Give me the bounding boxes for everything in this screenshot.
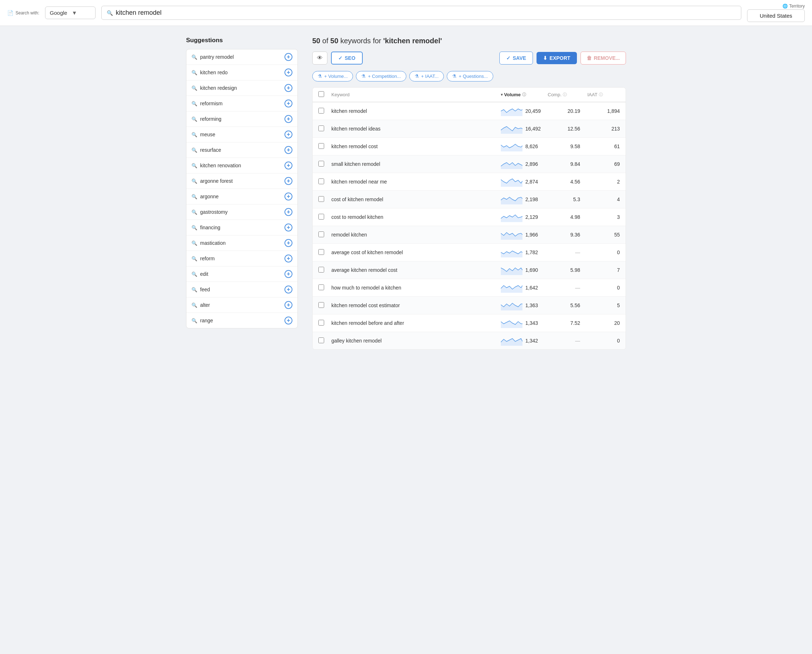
add-suggestion-button[interactable]: + (284, 193, 292, 200)
volume-info-icon[interactable]: ⓘ (522, 92, 526, 97)
list-item[interactable]: 🔍 mastication + (187, 235, 297, 251)
add-suggestion-button[interactable]: + (284, 69, 292, 76)
filter-label: + Volume... (324, 73, 347, 79)
territory-section: 🌐 Territory United States (747, 4, 805, 22)
list-item[interactable]: 🔍 gastrostomy + (187, 205, 297, 220)
keyword-cell: galley kitchen remodel (331, 338, 501, 344)
add-suggestion-button[interactable]: + (284, 99, 292, 107)
export-icon: ⬇ (543, 55, 547, 61)
add-suggestion-button[interactable]: + (284, 223, 292, 231)
suggestions-panel: Suggestions 🔍 pantry remodel + 🔍 kitchen… (186, 37, 298, 350)
row-checkbox[interactable] (318, 284, 324, 290)
list-item[interactable]: 🔍 edit + (187, 266, 297, 282)
sparkline (501, 106, 523, 116)
row-checkbox[interactable] (318, 108, 324, 113)
select-all-checkbox[interactable] (318, 91, 324, 97)
globe-icon: 🌐 (783, 4, 788, 9)
sparkline (501, 318, 523, 328)
remove-button[interactable]: 🗑 REMOVE... (581, 52, 626, 64)
eye-button[interactable]: 👁 (312, 52, 327, 64)
result-total: 50 (330, 37, 338, 45)
table-row: average cost of kitchen remodel 1,782 — … (313, 244, 625, 261)
list-item[interactable]: 🔍 reforming + (187, 112, 297, 127)
row-checkbox[interactable] (318, 249, 324, 255)
row-checkbox[interactable] (318, 320, 324, 325)
list-item[interactable]: 🔍 financing + (187, 220, 297, 235)
keyword-cell: cost to remodel kitchen (331, 214, 501, 220)
search-icon: 🔍 (191, 147, 197, 153)
trash-icon: 🗑 (587, 55, 592, 61)
table-row: remodel kitchen 1,966 9.36 55 (313, 226, 625, 244)
list-item[interactable]: 🔍 pantry remodel + (187, 49, 297, 65)
iaat-info-icon[interactable]: ⓘ (599, 92, 603, 97)
list-item[interactable]: 🔍 resurface + (187, 142, 297, 158)
keyword-input[interactable] (116, 9, 736, 17)
search-engine-select[interactable]: Google ▼ (45, 6, 96, 19)
column-header-volume[interactable]: ▾ Volume ⓘ (501, 92, 548, 97)
list-item[interactable]: 🔍 kitchen redesign + (187, 80, 297, 96)
list-item[interactable]: 🔍 feed + (187, 282, 297, 298)
column-header-iaat[interactable]: IAAT ⓘ (587, 92, 620, 97)
list-item[interactable]: 🔍 range + (187, 313, 297, 328)
territory-value[interactable]: United States (747, 9, 805, 22)
seo-button[interactable]: ✓ SEO (331, 52, 363, 64)
table-row: cost of kitchen remodel 2,198 5.3 4 (313, 191, 625, 208)
sparkline-svg (501, 212, 523, 222)
export-button[interactable]: ⬇ EXPORT (537, 52, 577, 64)
add-suggestion-button[interactable]: + (284, 286, 292, 293)
row-checkbox[interactable] (318, 179, 324, 184)
sparkline (501, 177, 523, 187)
add-suggestion-button[interactable]: + (284, 239, 292, 247)
row-checkbox[interactable] (318, 214, 324, 220)
sparkline (501, 141, 523, 151)
add-suggestion-button[interactable]: + (284, 177, 292, 185)
filter-chip[interactable]: ⚗+ Volume... (312, 71, 353, 81)
chevron-down-icon: ▼ (72, 10, 91, 16)
list-item[interactable]: 🔍 reformism + (187, 96, 297, 112)
add-suggestion-button[interactable]: + (284, 84, 292, 92)
add-suggestion-button[interactable]: + (284, 146, 292, 154)
row-checkbox[interactable] (318, 143, 324, 149)
sparkline (501, 194, 523, 205)
filter-chip[interactable]: ⚗+ Competition... (356, 71, 406, 81)
table-row: kitchen remodel near me 2,874 4.56 2 (313, 173, 625, 191)
volume-cell: 20,459 (501, 106, 548, 116)
sparkline (501, 248, 523, 257)
row-checkbox[interactable] (318, 125, 324, 131)
row-checkbox[interactable] (318, 231, 324, 237)
checkmark-icon: ✓ (338, 55, 343, 61)
list-item[interactable]: 🔍 argonne forest + (187, 173, 297, 189)
filter-chip[interactable]: ⚗+ Questions... (447, 71, 493, 81)
add-suggestion-button[interactable]: + (284, 301, 292, 309)
save-button[interactable]: ✓ SAVE (499, 52, 533, 64)
volume-value: 2,198 (525, 197, 538, 202)
row-checkbox[interactable] (318, 338, 324, 343)
row-checkbox[interactable] (318, 302, 324, 308)
comp-info-icon[interactable]: ⓘ (563, 92, 567, 97)
list-item[interactable]: 🔍 kitchen redo + (187, 65, 297, 80)
add-suggestion-button[interactable]: + (284, 162, 292, 170)
add-suggestion-button[interactable]: + (284, 115, 292, 123)
add-suggestion-button[interactable]: + (284, 270, 292, 278)
volume-cell: 2,198 (501, 194, 548, 205)
search-icon: 🔍 (191, 225, 197, 231)
sparkline-svg (501, 318, 523, 328)
row-checkbox[interactable] (318, 196, 324, 202)
add-suggestion-button[interactable]: + (284, 53, 292, 61)
list-item[interactable]: 🔍 alter + (187, 298, 297, 313)
add-suggestion-button[interactable]: + (284, 255, 292, 263)
list-item[interactable]: 🔍 argonne + (187, 189, 297, 205)
iaat-cell: 20 (587, 320, 620, 326)
list-item[interactable]: 🔍 reform + (187, 251, 297, 266)
list-item[interactable]: 🔍 kitchen renovation + (187, 158, 297, 173)
add-suggestion-button[interactable]: + (284, 208, 292, 216)
column-header-comp[interactable]: Comp. ⓘ (548, 92, 587, 97)
row-checkbox[interactable] (318, 161, 324, 167)
row-checkbox[interactable] (318, 267, 324, 272)
add-suggestion-button[interactable]: + (284, 316, 292, 324)
add-suggestion-button[interactable]: + (284, 130, 292, 138)
comp-cell: 20.19 (548, 108, 587, 114)
table-row: average kitchen remodel cost 1,690 5.98 … (313, 261, 625, 279)
list-item[interactable]: 🔍 meuse + (187, 127, 297, 142)
filter-chip[interactable]: ⚗+ IAAT... (409, 71, 444, 81)
